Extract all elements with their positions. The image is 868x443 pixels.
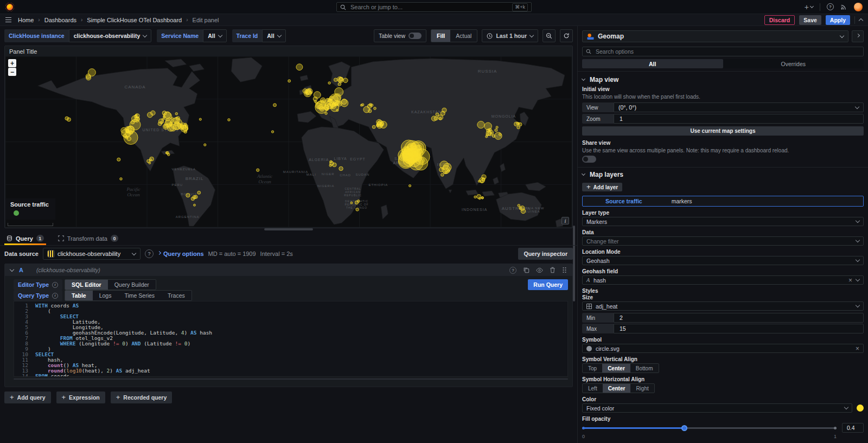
clear-icon[interactable]: × [856, 345, 859, 352]
run-query-button[interactable]: Run Query [528, 279, 568, 290]
breadcrumb-dashboards[interactable]: Dashboards [44, 17, 76, 23]
layer-row-source-traffic[interactable]: Source traffic markers [582, 196, 864, 207]
query-inspector-button[interactable]: Query inspector [518, 248, 573, 260]
grafana-logo-icon[interactable] [5, 3, 14, 11]
variable-value-dropdown[interactable]: All [262, 29, 285, 42]
map-zoom-out-button[interactable]: − [8, 68, 16, 76]
collapse-sidebar-button[interactable] [852, 30, 864, 42]
geohash-field-dropdown[interactable]: A hash × [582, 275, 864, 285]
variable-value-dropdown[interactable]: clickhouse-observability [69, 29, 152, 42]
location-mode-dropdown[interactable]: Geohash [582, 256, 864, 265]
min-input[interactable] [614, 313, 864, 323]
size-field-dropdown[interactable]: adj_heat [582, 301, 864, 311]
time-range-picker[interactable]: Last 1 hour [482, 29, 538, 42]
drag-handle-icon[interactable] [562, 267, 567, 273]
discard-button[interactable]: Discard [764, 15, 795, 25]
map-marker [117, 158, 120, 161]
map-attribution-button[interactable]: i [561, 217, 569, 224]
help-icon[interactable]: ? [827, 3, 834, 10]
section-map-view[interactable]: Map view [582, 76, 864, 84]
layer-name[interactable]: Source traffic [605, 198, 642, 204]
duplicate-query-icon[interactable] [523, 267, 529, 273]
breadcrumb-home[interactable]: Home [18, 17, 34, 23]
sql-code-editor[interactable]: 1WITH coords AS2 (3 SELECT4 Latitude,5 L… [14, 301, 568, 377]
apply-button[interactable]: Apply [826, 15, 850, 25]
info-icon[interactable]: i [52, 293, 58, 299]
options-search[interactable] [582, 47, 864, 56]
color-swatch[interactable] [857, 405, 864, 412]
sql-editor-option[interactable]: SQL Editor [65, 280, 108, 290]
tab-all[interactable]: All [582, 59, 723, 68]
use-current-map-settings-button[interactable]: Use current map settings [582, 126, 864, 136]
expression-button[interactable]: +Expression [56, 391, 105, 403]
halign-right-option[interactable]: Right [630, 384, 654, 393]
halign-left-option[interactable]: Left [583, 384, 603, 393]
query-options-toggle[interactable]: Query options [158, 251, 204, 257]
map-label: SUDAN [356, 173, 370, 176]
visualization-picker[interactable]: Geomap [582, 30, 848, 42]
table-option[interactable]: Table [65, 291, 93, 300]
breadcrumb-dashboard-name[interactable]: Simple ClickHouse OTel Dashboard [87, 17, 182, 23]
fill-opacity-slider[interactable] [582, 423, 837, 433]
slider-thumb[interactable] [681, 425, 687, 431]
view-dropdown[interactable]: (0°, 0°) [614, 102, 864, 112]
variable-value-dropdown[interactable]: All [203, 29, 226, 42]
map-marker [170, 118, 182, 130]
max-input[interactable] [614, 324, 864, 333]
query-row-header[interactable]: A (clickhouse-observability) ? [5, 264, 572, 276]
tab-query[interactable]: Query 1 [4, 235, 46, 245]
add-query-button[interactable]: +Add query [4, 391, 51, 403]
datasource-picker[interactable]: clickhouse-observability [43, 248, 141, 260]
geomap-canvas[interactable]: RUSSIACANADAUNITED STATESKAZAKHSTANMONGO… [5, 56, 572, 227]
valign-bottom-option[interactable]: Bottom [630, 364, 659, 373]
color-dropdown[interactable]: Fixed color [582, 403, 852, 413]
datasource-help-icon[interactable]: ? [145, 249, 154, 258]
zoom-out-time-button[interactable] [542, 29, 556, 42]
tab-overrides[interactable]: Overrides [723, 59, 864, 68]
clear-icon[interactable]: × [848, 277, 852, 284]
search-input[interactable] [349, 3, 509, 11]
save-button[interactable]: Save [799, 15, 821, 25]
query-builder-option[interactable]: Query Builder [108, 280, 156, 290]
remove-query-trash-icon[interactable] [550, 267, 556, 273]
section-map-layers[interactable]: Map layers [582, 171, 864, 178]
collapse-query-icon[interactable] [10, 267, 14, 271]
grid-field-icon [586, 304, 592, 309]
valign-center-option[interactable]: Center [602, 364, 630, 373]
fill-option[interactable]: Fill [431, 30, 450, 42]
traces-option[interactable]: Traces [161, 291, 192, 300]
recorded-query-button[interactable]: +Recorded query [111, 391, 173, 403]
time-series-option[interactable]: Time Series [118, 291, 161, 300]
plus-icon: + [116, 394, 120, 401]
new-button[interactable]: + [805, 3, 813, 11]
map-zoom-in-button[interactable]: + [8, 59, 16, 67]
fill-opacity-input[interactable] [842, 423, 864, 433]
hide-response-eye-icon[interactable] [536, 267, 543, 274]
logs-option[interactable]: Logs [93, 291, 118, 300]
add-layer-button[interactable]: +Add layer [582, 183, 622, 191]
share-view-toggle[interactable] [582, 156, 596, 163]
global-search[interactable]: ⌘+k [336, 2, 532, 12]
zoom-input[interactable] [614, 114, 864, 124]
halign-center-option[interactable]: Center [603, 384, 631, 393]
editor-resize-handle[interactable] [14, 378, 568, 380]
toggle-off-icon[interactable] [409, 33, 422, 39]
refresh-button[interactable] [560, 29, 573, 42]
panel-title[interactable]: Panel Title [5, 46, 572, 56]
tab-transform-data[interactable]: Transform data 0 [56, 235, 120, 245]
symbol-dropdown[interactable]: circle.svg × [582, 344, 864, 353]
user-avatar[interactable] [854, 3, 863, 11]
news-rss-icon[interactable] [840, 3, 847, 10]
table-view-toggle[interactable]: Table view [374, 29, 426, 42]
panel-resize-handle[interactable] [264, 228, 313, 230]
options-search-input[interactable] [595, 48, 860, 55]
layer-type-dropdown[interactable]: Markers [582, 217, 864, 226]
data-dropdown[interactable]: Change filter [582, 236, 864, 246]
menu-toggle-icon[interactable] [5, 17, 11, 23]
info-icon[interactable]: i [52, 282, 58, 288]
map-label: MONGOLIA [492, 114, 516, 118]
actual-option[interactable]: Actual [450, 30, 477, 42]
collapse-options-icon[interactable] [859, 18, 863, 23]
query-help-icon[interactable]: ? [509, 267, 516, 274]
valign-top-option[interactable]: Top [583, 364, 602, 373]
